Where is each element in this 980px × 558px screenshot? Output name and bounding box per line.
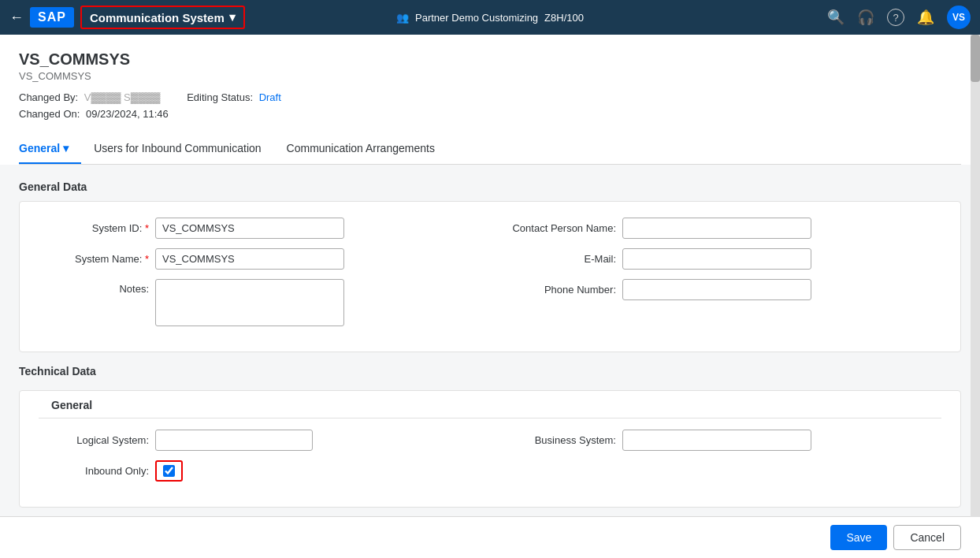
email-input[interactable] [622,248,811,270]
form-row-logical-system: Logical System: Business System: [39,430,941,451]
help-icon[interactable]: ? [887,9,904,26]
changed-by: Changed By: V▓▓▓▓ S▓▓▓▓ Editing Status: … [19,91,281,103]
form-row-system-id: System ID: * Contact Person Name: [39,218,941,239]
save-button[interactable]: Save [830,525,887,550]
contact-person-label: Contact Person Name: [506,222,616,234]
form-row-notes: Notes: Phone Number: [39,279,941,326]
technical-data-title: Technical Data [19,365,961,378]
page-title: VS_COMMSYS [19,50,961,69]
tab-general-label: General [19,142,60,154]
changed-by-value: V▓▓▓▓ S▓▓▓▓ [84,91,161,103]
headset-icon[interactable]: 🎧 [857,9,874,26]
form-group-inbound-only: Inbound Only: [39,460,941,482]
changed-on-value: 09/23/2024, 11:46 [86,108,169,120]
technical-sub-title: General [39,391,941,418]
avatar[interactable]: VS [947,6,971,29]
system-id: Z8H/100 [544,12,584,24]
inbound-only-checkbox[interactable] [163,465,175,477]
top-bar-center: 👥 Partner Demo Customizing Z8H/100 [396,12,584,24]
search-icon[interactable]: 🔍 [827,9,845,26]
form-group-logical-system: Logical System: [39,430,474,451]
back-button[interactable]: ← [9,10,24,24]
main-area: General Data System ID: * Contact Person… [0,165,980,558]
tab-users-inbound[interactable]: Users for Inbound Communication [94,134,273,164]
email-label: E-Mail: [506,253,616,265]
inbound-only-box [155,460,183,482]
form-group-email: E-Mail: [506,248,941,270]
cancel-button[interactable]: Cancel [893,525,961,550]
form-group-notes: Notes: [39,279,474,326]
meta-row-2: Changed On: 09/23/2024, 11:46 [19,108,961,123]
demo-text: Partner Demo Customizing [415,12,538,24]
logical-system-label: Logical System: [39,434,149,446]
business-system-input[interactable] [622,430,811,451]
page-content-header: VS_COMMSYS VS_COMMSYS Changed By: V▓▓▓▓ … [0,35,980,165]
tab-arrangements-label: Communication Arrangements [287,142,435,154]
users-icon: 👥 [396,12,409,24]
system-name-input[interactable] [155,248,344,270]
phone-label: Phone Number: [506,284,616,296]
form-row-system-name: System Name: * E-Mail: [39,248,941,270]
sap-logo: SAP [30,7,74,28]
scroll-track [971,35,980,517]
form-group-system-id: System ID: * [39,218,474,239]
form-row-inbound-only: Inbound Only: [39,460,941,482]
general-data-section: System ID: * Contact Person Name: System… [19,201,961,352]
app-title-box[interactable]: Communication System ▾ [80,6,245,29]
required-star-2: * [145,253,149,265]
changed-on-label: Changed On: [19,108,80,120]
business-system-label: Business System: [506,434,616,446]
meta-row-1: Changed By: V▓▓▓▓ S▓▓▓▓ Editing Status: … [19,91,961,106]
chevron-down-icon: ▾ [229,10,236,24]
scroll-thumb[interactable] [971,35,980,82]
top-bar-left: ← SAP Communication System ▾ [9,6,245,29]
notes-label: Notes: [39,279,149,295]
contact-person-input[interactable] [622,218,811,239]
tabs-bar: General ▾ Users for Inbound Communicatio… [19,134,961,165]
changed-on: Changed On: 09/23/2024, 11:46 [19,108,169,120]
editing-status-label: Editing Status: [187,91,253,103]
bottom-bar: Save Cancel [0,516,980,558]
form-group-phone: Phone Number: [506,279,941,300]
system-id-label: System ID: * [39,222,149,234]
technical-data-section: General Logical System: Business System:… [19,390,961,508]
logical-system-input[interactable] [155,430,313,451]
form-group-system-name: System Name: * [39,248,474,270]
inbound-only-label: Inbound Only: [39,465,149,477]
required-star: * [145,222,149,234]
system-id-input[interactable] [155,218,344,239]
notes-textarea[interactable] [155,279,344,326]
system-name-label: System Name: * [39,253,149,265]
tab-general[interactable]: General ▾ [19,134,81,164]
bell-icon[interactable]: 🔔 [917,9,934,26]
tab-arrangements[interactable]: Communication Arrangements [287,134,447,164]
changed-by-label: Changed By: [19,91,78,103]
top-bar-right: 🔍 🎧 ? 🔔 VS [827,6,971,29]
page-subtitle: VS_COMMSYS [19,70,961,82]
phone-input[interactable] [622,279,811,300]
tab-general-chevron: ▾ [63,142,69,154]
top-bar: ← SAP Communication System ▾ 👥 Partner D… [0,0,980,35]
form-group-business-system: Business System: [506,430,941,451]
tab-users-label: Users for Inbound Communication [94,142,261,154]
editing-status-value: Draft [259,91,281,103]
general-data-title: General Data [19,180,961,193]
form-group-contact-person: Contact Person Name: [506,218,941,239]
app-title-text: Communication System [90,11,225,24]
